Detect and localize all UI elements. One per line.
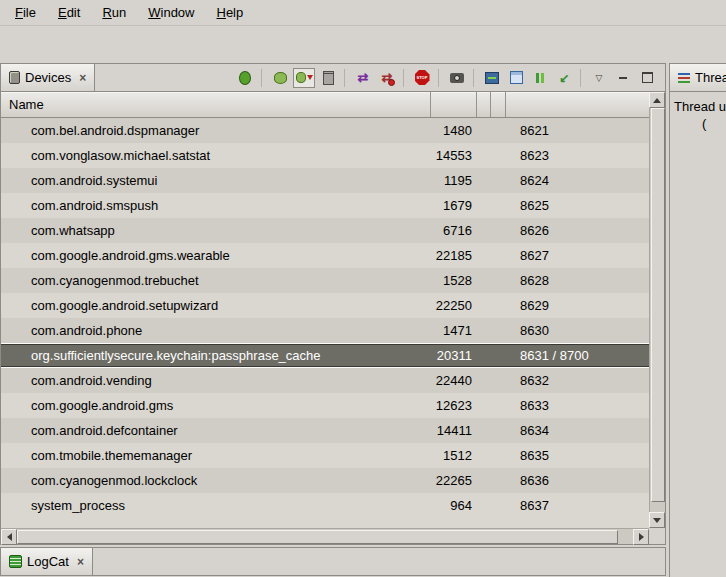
table-row[interactable]: system_process9648637: [1, 493, 649, 518]
process-name: com.cyanogenmod.trebuchet: [1, 268, 431, 293]
process-pid: 1471: [431, 318, 477, 343]
logcat-strip: LogCat ×: [0, 547, 666, 576]
process-name: com.google.android.gms: [1, 393, 431, 418]
blank-cell: [477, 193, 491, 218]
table-row[interactable]: com.vonglasow.michael.satstat145538623: [1, 143, 649, 168]
stop-process-icon[interactable]: [411, 68, 433, 88]
menu-run[interactable]: Run: [91, 0, 137, 25]
tab-threads[interactable]: Threads: [670, 64, 726, 91]
horizontal-scroll-thumb[interactable]: [17, 530, 618, 544]
blank-cell: [491, 268, 506, 293]
menu-edit[interactable]: Edit: [47, 0, 91, 25]
blank-cell: [477, 118, 491, 143]
threads-message: Thread up (: [670, 92, 726, 132]
process-name: com.cyanogenmod.lockclock: [1, 468, 431, 493]
process-pid: 20311: [431, 344, 477, 367]
column-header-port[interactable]: [506, 92, 649, 117]
toolbar-separator: [261, 69, 265, 87]
menu-window[interactable]: Window: [137, 0, 205, 25]
process-pid: 1195: [431, 168, 477, 193]
screen-capture-icon[interactable]: [446, 68, 468, 88]
blank-cell: [477, 268, 491, 293]
systrace-icon[interactable]: [481, 68, 503, 88]
debug-process-icon[interactable]: [234, 68, 256, 88]
view-menu-icon[interactable]: [588, 68, 610, 88]
process-pid: 1679: [431, 193, 477, 218]
process-pid: 964: [431, 493, 477, 518]
blank-cell: [491, 468, 506, 493]
blank-cell: [491, 418, 506, 443]
column-header-pid[interactable]: [431, 92, 477, 117]
update-threads-icon[interactable]: [352, 68, 374, 88]
vertical-scroll-thumb[interactable]: [651, 108, 665, 502]
column-header-name[interactable]: Name: [1, 92, 431, 117]
table-row[interactable]: com.bel.android.dspmanager14808621: [1, 118, 649, 143]
blank-cell: [491, 293, 506, 318]
process-port: 8629: [506, 293, 649, 318]
horizontal-scrollbar[interactable]: [1, 528, 649, 544]
process-name: com.google.android.setupwizard: [1, 293, 431, 318]
allocation-tracker-icon[interactable]: [529, 68, 551, 88]
tab-logcat[interactable]: LogCat ×: [1, 548, 93, 575]
table-row[interactable]: com.android.smspush16798625: [1, 193, 649, 218]
menu-help[interactable]: Help: [205, 0, 254, 25]
close-icon[interactable]: ×: [79, 71, 86, 85]
table-row[interactable]: com.android.vending224408632: [1, 368, 649, 393]
scroll-down-button[interactable]: [649, 512, 665, 528]
table-row[interactable]: com.google.android.setupwizard222508629: [1, 293, 649, 318]
blank-cell: [477, 218, 491, 243]
blank-cell: [477, 143, 491, 168]
table-row[interactable]: org.sufficientlysecure.keychain:passphra…: [1, 343, 649, 368]
table-row[interactable]: com.tmobile.thememanager15128635: [1, 443, 649, 468]
device-icon: [9, 71, 20, 84]
scroll-right-button[interactable]: [633, 529, 649, 545]
process-port: 8621: [506, 118, 649, 143]
table-row[interactable]: com.android.systemui11958624: [1, 168, 649, 193]
process-pid: 22250: [431, 293, 477, 318]
cause-gc-icon[interactable]: [317, 68, 339, 88]
process-table: Name com.bel.android.dspmanager14808621c…: [1, 92, 665, 544]
table-row[interactable]: com.google.android.gms.wearable221858627: [1, 243, 649, 268]
process-port: 8628: [506, 268, 649, 293]
threads-message-line2: (: [674, 115, 726, 132]
table-row[interactable]: com.android.defcontainer144118634: [1, 418, 649, 443]
process-pid: 1480: [431, 118, 477, 143]
process-name: system_process: [1, 493, 431, 518]
close-icon[interactable]: ×: [77, 555, 84, 569]
start-method-profiling-icon[interactable]: [376, 68, 398, 88]
table-row[interactable]: com.google.android.gms126238633: [1, 393, 649, 418]
blank-cell: [491, 393, 506, 418]
hierarchy-view-icon[interactable]: [505, 68, 527, 88]
process-port: 8630: [506, 318, 649, 343]
table-row[interactable]: com.whatsapp67168626: [1, 218, 649, 243]
table-row[interactable]: com.cyanogenmod.lockclock222658636: [1, 468, 649, 493]
table-row[interactable]: com.android.phone14718630: [1, 318, 649, 343]
menu-file[interactable]: File: [4, 0, 47, 25]
blank-cell: [491, 344, 506, 367]
blank-cell: [477, 293, 491, 318]
threads-panel: Threads Thread up (: [669, 63, 726, 577]
scroll-left-button[interactable]: [1, 529, 17, 545]
process-port: 8624: [506, 168, 649, 193]
menu-bar: FileEditRunWindowHelp: [0, 0, 726, 26]
update-heap-icon[interactable]: [269, 68, 291, 88]
vertical-scrollbar[interactable]: [649, 92, 665, 528]
minimize-icon[interactable]: [612, 68, 634, 88]
blank-cell: [477, 344, 491, 367]
scroll-up-button[interactable]: [649, 92, 665, 108]
blank-cell: [491, 143, 506, 168]
dump-hprof-icon[interactable]: [293, 68, 315, 88]
process-port: 8626: [506, 218, 649, 243]
opengl-trace-icon[interactable]: [553, 68, 575, 88]
blank-cell: [491, 318, 506, 343]
process-port: 8636: [506, 468, 649, 493]
maximize-icon[interactable]: [636, 68, 658, 88]
devices-tabrow: Devices ×: [1, 64, 665, 92]
process-name: com.vonglasow.michael.satstat: [1, 143, 431, 168]
table-header: Name: [1, 92, 649, 118]
tab-devices[interactable]: Devices ×: [1, 64, 95, 91]
table-row[interactable]: com.cyanogenmod.trebuchet15288628: [1, 268, 649, 293]
tab-threads-label: Threads: [695, 70, 726, 85]
devices-panel: Devices × Name com.bel.android.dspmanage…: [0, 63, 666, 545]
process-name: com.google.android.gms.wearable: [1, 243, 431, 268]
